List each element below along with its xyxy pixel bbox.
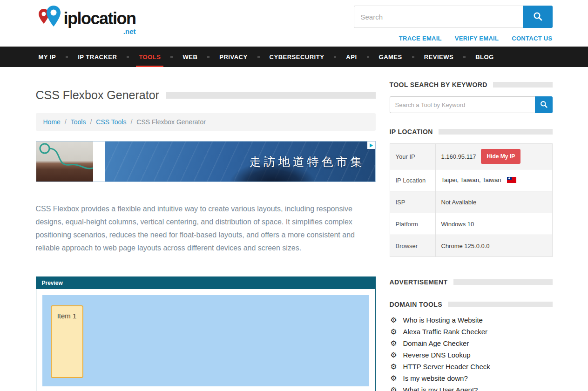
nav-item-blog[interactable]: BLOG: [473, 47, 497, 67]
contact-us-link[interactable]: CONTACT US: [512, 35, 552, 42]
ip-row-label: Browser: [390, 235, 435, 257]
adchoices-icon[interactable]: [367, 142, 375, 149]
nav-separator: [170, 56, 173, 58]
nav-item-reviews[interactable]: REVIEWS: [421, 47, 456, 67]
breadcrumb-separator: /: [65, 118, 67, 126]
list-item: ⚙ Domain Age Checker: [390, 339, 553, 347]
trace-email-link[interactable]: TRACE EMAIL: [399, 35, 442, 42]
gear-icon: ⚙: [390, 328, 398, 336]
nav-item-games[interactable]: GAMES: [376, 47, 405, 67]
table-row: IP Location Taipei, Taiwan, Taiwan: [390, 169, 552, 191]
ip-location-heading: IP LOCATION: [390, 128, 553, 135]
nav-separator: [412, 56, 414, 58]
logo-text: iplocation: [64, 10, 136, 27]
flex-preview-container: Item 1: [42, 295, 369, 386]
browser-value: Chrome 125.0.0.0: [435, 235, 552, 257]
breadcrumb: Home / Tools / CSS Tools / CSS Flexbox G…: [36, 113, 376, 131]
ip-row-label: Your IP: [390, 144, 435, 169]
ip-row-label: IP Location: [390, 169, 435, 191]
gear-icon: ⚙: [390, 363, 398, 371]
nav-item-ip-tracker[interactable]: IP TRACKER: [75, 47, 120, 67]
sidebar: TOOL SEARCH BY KEYWORD IP LOCATION Y: [390, 67, 553, 391]
gear-icon: ⚙: [390, 351, 398, 359]
search-icon: [540, 101, 547, 109]
domain-tool-link[interactable]: Domain Age Checker: [403, 339, 469, 347]
nav-item-tools[interactable]: TOOLS: [136, 47, 163, 67]
breadcrumb-separator: /: [130, 118, 132, 126]
breadcrumb-css-tools[interactable]: CSS Tools: [96, 118, 126, 126]
heading-decoration-bar: [493, 82, 553, 88]
nav-item-web[interactable]: WEB: [180, 47, 200, 67]
page-title: CSS Flexbox Generator: [36, 88, 376, 102]
platform-value: Windows 10: [435, 213, 552, 235]
breadcrumb-separator: /: [90, 118, 92, 126]
title-decoration-bar: [166, 92, 376, 99]
domain-tool-link[interactable]: Reverse DNS Lookup: [403, 351, 471, 359]
table-row: ISP Not Available: [390, 191, 552, 213]
tool-search-button[interactable]: [535, 96, 553, 113]
table-row: Platform Windows 10: [390, 213, 552, 235]
ip-row-label: Platform: [390, 213, 435, 235]
gear-icon: ⚙: [390, 317, 398, 324]
header-search-input[interactable]: [354, 6, 523, 28]
gear-icon: ⚙: [390, 340, 398, 347]
ip-location-table: Your IP 1.160.95.117 Hide My IP IP Locat…: [390, 143, 553, 257]
your-ip-value: 1.160.95.117: [441, 153, 476, 160]
breadcrumb-tools[interactable]: Tools: [71, 118, 86, 126]
taiwan-flag-icon: [507, 177, 516, 184]
list-item: ⚙ Alexa Traffic Rank Checker: [390, 328, 553, 336]
list-item: ⚙ HTTP Server Header Check: [390, 363, 553, 371]
ad-main-image: 走訪地道特色市集: [105, 142, 375, 182]
domain-tool-link[interactable]: Is my website down?: [403, 374, 468, 382]
preview-panel-header: Preview: [36, 277, 375, 289]
tool-search-input[interactable]: [390, 96, 535, 113]
breadcrumb-current: CSS Flexbox Generator: [136, 118, 206, 126]
search-icon: [533, 12, 542, 22]
advertisement-heading: ADVERTISEMENT: [390, 278, 553, 286]
preview-panel: Preview Item 1: [36, 276, 376, 391]
nav-separator: [127, 56, 129, 58]
header-search-button[interactable]: [523, 6, 553, 28]
nav-separator: [334, 56, 336, 58]
ad-photo-image: [36, 142, 93, 182]
heading-decoration-bar: [448, 302, 553, 307]
heading-decoration-bar: [439, 129, 553, 135]
ad-banner[interactable]: 走訪地道特色市集: [36, 141, 376, 182]
nav-item-my-ip[interactable]: MY IP: [36, 47, 59, 67]
main-nav: MY IP IP TRACKER TOOLS WEB PRIVACY CYBER…: [0, 47, 588, 67]
breadcrumb-home[interactable]: Home: [43, 118, 61, 126]
verify-email-link[interactable]: VERIFY EMAIL: [455, 35, 499, 42]
nav-item-cybersecurity[interactable]: CYBERSECURITY: [267, 47, 327, 67]
domain-tools-heading: DOMAIN TOOLS: [390, 301, 553, 308]
site-header: iplocation .net TRACE EMAIL VERIF: [0, 0, 588, 47]
nav-separator: [257, 56, 260, 58]
tool-description: CSS Flexbox provides a flexible and intu…: [36, 202, 365, 255]
logo-tld: .net: [64, 27, 136, 35]
header-search: [354, 6, 553, 28]
gear-icon: ⚙: [390, 386, 398, 391]
preview-panel-body: Item 1: [36, 289, 375, 391]
domain-tool-link[interactable]: Alexa Traffic Rank Checker: [403, 328, 487, 336]
nav-separator: [463, 56, 466, 58]
nav-separator: [66, 56, 68, 58]
nav-separator: [207, 56, 210, 58]
domain-tool-link[interactable]: HTTP Server Header Check: [403, 363, 490, 371]
tool-search: [390, 96, 553, 113]
domain-tool-link[interactable]: What is my User Agent?: [403, 386, 478, 391]
logo[interactable]: iplocation .net: [36, 6, 136, 35]
table-row: Browser Chrome 125.0.0.0: [390, 235, 552, 257]
table-row: Your IP 1.160.95.117 Hide My IP: [390, 144, 552, 169]
nav-item-api[interactable]: API: [343, 47, 359, 67]
header-links: TRACE EMAIL VERIFY EMAIL CONTACT US: [399, 35, 553, 42]
flex-preview-item: Item 1: [51, 305, 83, 378]
isp-value: Not Available: [435, 191, 552, 213]
gear-icon: ⚙: [390, 375, 398, 382]
list-item: ⚙ Who is Hosting a Website: [390, 316, 553, 324]
list-item: ⚙ Is my website down?: [390, 374, 553, 382]
hide-my-ip-button[interactable]: Hide My IP: [481, 149, 520, 164]
page-title-text: CSS Flexbox Generator: [36, 88, 159, 102]
ad-headline: 走訪地道特色市集: [250, 154, 365, 169]
logo-pin-icon: [36, 6, 63, 34]
domain-tool-link[interactable]: Who is Hosting a Website: [403, 316, 483, 324]
nav-item-privacy[interactable]: PRIVACY: [216, 47, 250, 67]
